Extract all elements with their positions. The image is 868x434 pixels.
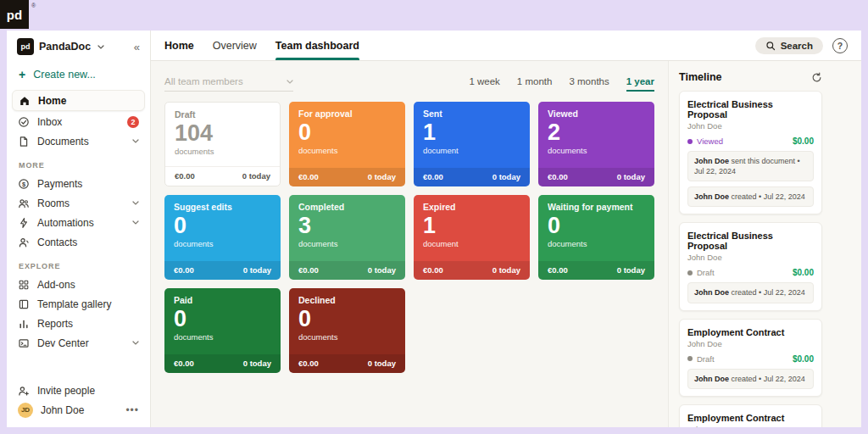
more-options-icon[interactable]: ••• — [125, 404, 139, 416]
stat-card-count: 0 — [174, 213, 271, 239]
stat-card-body: Viewed 2 documents — [538, 102, 654, 168]
topbar-actions: Search ? — [755, 37, 848, 54]
stat-card-unit: document — [423, 146, 520, 155]
stat-card-body: Suggest edits 0 documents — [164, 195, 281, 261]
entry-document-title: Employment Contract — [687, 413, 814, 423]
entry-amount: $0.00 — [793, 354, 814, 364]
stat-card-footer: €0.00 0 today — [165, 166, 280, 186]
stat-card-count: 0 — [548, 213, 645, 239]
timeline-title: Timeline — [679, 71, 721, 83]
sidebar-item-addons[interactable]: Add-ons — [7, 275, 150, 294]
sidebar-item-label: Home — [38, 95, 66, 107]
sidebar-item-automations[interactable]: Automations — [7, 213, 150, 232]
pandadoc-corner-logo: pd — [0, 0, 29, 29]
invite-people-button[interactable]: Invite people — [7, 381, 150, 400]
sidebar-item-label: Template gallery — [37, 298, 111, 310]
collapse-sidebar-icon[interactable]: « — [134, 41, 140, 53]
stat-card-title: Declined — [298, 295, 396, 305]
timeline-event: John Doe created • Jul 22, 2024 — [687, 369, 814, 389]
stat-card-count: 3 — [298, 213, 396, 239]
stat-card-unit: documents — [175, 147, 270, 156]
stat-card[interactable]: Completed 3 documents €0.00 0 today — [289, 195, 405, 280]
user-menu[interactable]: JD John Doe ••• — [7, 400, 150, 420]
entry-events: John Doe created • Jul 22, 2024 — [687, 282, 814, 303]
sidebar-item-documents[interactable]: Documents — [7, 131, 150, 151]
chevron-down-icon — [132, 201, 139, 205]
invite-people-icon — [18, 385, 30, 397]
timeline-event: John Doe sent this document • Jul 22, 20… — [687, 151, 814, 181]
sidebar-item-inbox[interactable]: Inbox 2 — [7, 112, 150, 131]
stat-card-title: Viewed — [548, 108, 645, 119]
stat-card[interactable]: Paid 0 documents €0.00 0 today — [164, 288, 281, 373]
stat-card-today: 0 today — [368, 172, 396, 181]
create-new-button[interactable]: + Create new... — [7, 61, 150, 89]
workspace-switcher[interactable]: pd PandaDoc « — [7, 31, 150, 61]
event-actor: John Doe — [694, 288, 729, 297]
range-filter[interactable]: 1 year — [626, 76, 654, 92]
status-label: Draft — [697, 354, 715, 364]
event-actor: John Doe — [694, 192, 729, 201]
stat-card-amount: €0.00 — [548, 265, 568, 275]
stat-card-title: Suggest edits — [174, 202, 271, 212]
timeline-header: Timeline — [669, 61, 861, 91]
workspace-name: PandaDoc — [39, 41, 91, 53]
status-label: Draft — [697, 268, 715, 277]
sidebar-item-rooms[interactable]: Rooms — [7, 193, 150, 213]
sidebar-item-label: Payments — [37, 178, 82, 190]
sidebar-item-label: Add-ons — [37, 279, 75, 291]
sidebar-item-home[interactable]: Home — [12, 90, 145, 111]
rooms-icon — [18, 198, 30, 209]
sidebar-item-reports[interactable]: Reports — [7, 314, 150, 333]
sidebar-item-contacts[interactable]: Contacts — [7, 232, 150, 252]
sidebar-item-dev-center[interactable]: Dev Center — [7, 333, 150, 353]
stat-card-today: 0 today — [492, 172, 520, 181]
stat-card[interactable]: Declined 0 documents €0.00 0 today — [289, 288, 405, 373]
stat-card-footer: €0.00 0 today — [289, 354, 405, 373]
help-button[interactable]: ? — [832, 38, 848, 53]
status-dot — [687, 139, 693, 144]
stat-card[interactable]: Sent 1 document €0.00 0 today — [414, 102, 530, 186]
timeline-entry[interactable]: Electrical Business Proposal John Doe Dr… — [679, 222, 822, 310]
sidebar-item-template-gallery[interactable]: Template gallery — [7, 294, 150, 314]
stat-card-title: Completed — [298, 202, 396, 212]
range-filter[interactable]: 3 months — [569, 76, 609, 92]
search-icon — [765, 41, 776, 51]
stat-card-footer: €0.00 0 today — [538, 168, 654, 186]
sidebar-item-payments[interactable]: $ Payments — [7, 174, 150, 193]
entry-owner: John Doe — [687, 425, 814, 427]
stat-card[interactable]: Viewed 2 documents €0.00 0 today — [538, 102, 654, 186]
timeline-entry[interactable]: Employment Contract John Doe Draft $0.00 — [679, 404, 822, 427]
documents-icon — [18, 136, 30, 147]
stat-card-body: Declined 0 documents — [289, 288, 405, 354]
stat-card-body: Expired 1 document — [414, 195, 530, 261]
tab-overview[interactable]: Overview — [213, 31, 257, 60]
stat-card-today: 0 today — [242, 171, 270, 181]
stat-card[interactable]: Draft 104 documents €0.00 0 today — [164, 102, 281, 186]
range-filter[interactable]: 1 month — [517, 76, 553, 92]
template-gallery-icon — [18, 298, 30, 310]
tab-team-dashboard[interactable]: Team dashboard — [275, 31, 359, 60]
sidebar-item-label: Reports — [37, 318, 73, 330]
stat-card-unit: documents — [298, 146, 396, 155]
stat-card[interactable]: For approval 0 documents €0.00 0 today — [289, 102, 405, 186]
sidebar-item-label: Dev Center — [37, 337, 89, 349]
stat-card[interactable]: Expired 1 document €0.00 0 today — [414, 195, 530, 280]
refresh-button[interactable] — [811, 72, 822, 83]
range-filter[interactable]: 1 week — [469, 76, 499, 92]
chevron-down-icon — [287, 80, 293, 84]
timeline-entry[interactable]: Employment Contract John Doe Draft $0.00 — [679, 319, 822, 397]
stat-card-body: Waiting for payment 0 documents — [538, 195, 654, 261]
inbox-count-badge: 2 — [127, 116, 139, 128]
tab-home[interactable]: Home — [164, 31, 194, 60]
stat-card-count: 0 — [174, 306, 271, 332]
stat-card[interactable]: Waiting for payment 0 documents €0.00 0 … — [538, 195, 654, 280]
chevron-down-icon — [132, 220, 139, 225]
entry-owner: John Doe — [687, 253, 814, 262]
team-members-dropdown[interactable]: All team members — [164, 76, 293, 92]
timeline-entry[interactable]: Electrical Business Proposal John Doe Vi… — [679, 91, 822, 214]
stat-card[interactable]: Suggest edits 0 documents €0.00 0 today — [164, 195, 281, 280]
refresh-icon — [811, 72, 822, 83]
search-button[interactable]: Search — [755, 37, 823, 54]
dashboard-content: All team members 1 week 1 month 3 months — [151, 61, 668, 427]
stat-card-unit: documents — [548, 146, 645, 155]
